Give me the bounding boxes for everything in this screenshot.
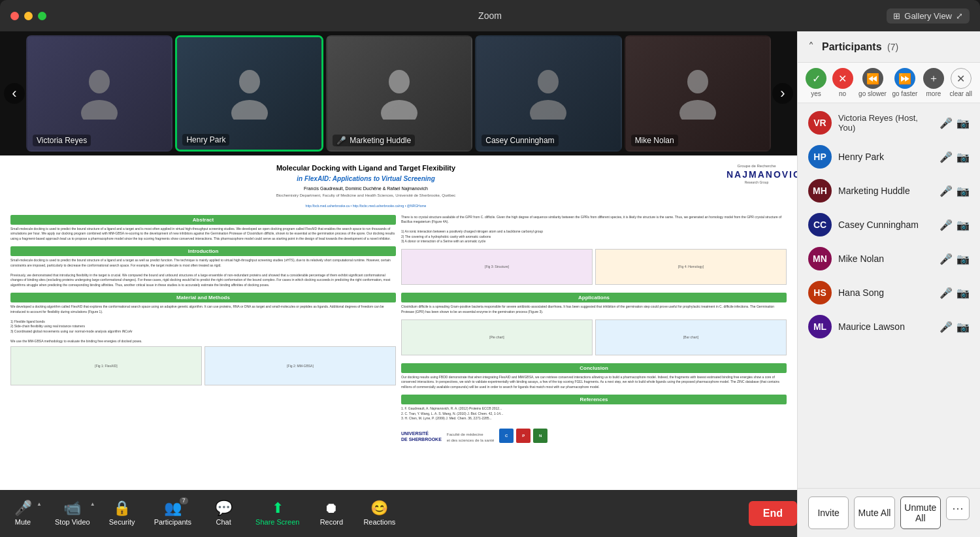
end-meeting-button[interactable]: End [749,501,797,526]
traffic-lights [10,12,46,20]
video-thumb-marketing[interactable]: 🎤 Marketing Huddle [326,35,472,152]
poster-title: Molecular Docking with Ligand and Target… [10,163,721,173]
mic-off-icon-marketing: 🎤 [939,185,953,197]
cam-icon-maurice: 📷 [956,321,970,333]
participant-list: VR Victoria Reyes (Host, You) 🎤 📷 HP Hen… [798,103,980,488]
svg-point-4 [389,70,410,93]
poster-fig6: [Bar chart] [595,319,787,355]
mic-icon-hana: 🎤 [939,287,953,299]
participant-count: (7) [887,42,898,52]
more-reactions-icon: ＋ [923,68,944,89]
poster-faculty: Faculté de médecineet des sciences de la… [447,432,494,443]
poster-left: Abstract Small-molecule docking is used … [10,215,396,444]
poster-methods-title: Material and Methods [10,293,396,302]
stop-video-caret-icon[interactable]: ▲ [90,501,95,507]
share-screen-icon: ⬆ [272,501,284,515]
panel-collapse-button[interactable]: ˄ [808,40,814,54]
video-thumb-victoria[interactable]: Victoria Reyes [26,35,172,152]
record-button[interactable]: ⏺ Record [308,496,354,531]
video-label-marketing: 🎤 Marketing Huddle [333,135,415,146]
video-thumb-casey[interactable]: Casey Cunningham [475,35,621,152]
next-participant-button[interactable]: › [772,83,793,104]
security-button[interactable]: 🔒 Security [99,496,145,531]
mute-icon: 🎤 [14,501,32,515]
gallery-view-label: Gallery View [904,11,952,21]
svg-point-9 [679,100,716,120]
main-area: ‹ Victoria Reyes Henry Park [0,31,980,537]
participant-icons-maurice: 🎤 📷 [939,321,970,333]
svg-point-5 [381,100,417,120]
avatar-casey: CC [808,213,832,236]
gallery-view-button[interactable]: ⊞ Gallery View ⤢ [887,8,970,24]
maximize-button[interactable] [38,12,46,20]
mute-label: Mute [15,518,31,526]
poster-display: Molecular Docking with Ligand and Target… [0,155,797,490]
stop-video-icon: 📹 [63,501,81,515]
participant-item-mike[interactable]: MN Mike Nolan 🎤 📷 [798,242,980,276]
cam-icon-henry: 📷 [956,151,970,163]
poster-abstract-title: Abstract [10,215,396,225]
mute-button[interactable]: ▲ 🎤 Mute [0,496,46,531]
chat-button[interactable]: 💬 Chat [201,496,246,531]
poster-authors: Francis Gaudreault, Dominic Duchêne & Ra… [10,186,721,192]
reaction-more-button[interactable]: ＋ more [923,68,944,97]
poster-affiliation: Biochemistry Department, Faculty of Medi… [10,193,721,198]
more-options-icon: ⋯ [952,501,964,515]
mute-all-button[interactable]: Mute All [854,496,894,529]
go-slower-icon: ⏪ [862,68,883,89]
mic-icon-casey: 🎤 [939,219,953,231]
poster-fig4: [Fig 4: Homology] [595,249,787,285]
prev-participant-button[interactable]: ‹ [4,83,25,104]
poster-lab-logo: Groupe de Recherche NAJMANOVICH Research… [721,163,787,185]
expand-icon: ⤢ [956,11,963,21]
invite-button[interactable]: Invite [808,496,849,529]
clear-all-button[interactable]: ✕ clear all [949,68,972,97]
participant-name-marketing: Marketing Huddle [838,186,933,196]
stop-video-button[interactable]: ▲ 📹 Stop Video [46,496,99,531]
participant-name-henry: Henry Park [838,152,933,162]
participant-item-maurice[interactable]: ML Maurice Lawson 🎤 📷 [798,310,980,344]
mic-off-icon-mike: 🎤 [939,253,953,265]
svg-point-8 [687,70,708,93]
record-label: Record [320,518,343,526]
unmute-all-button[interactable]: Unmute All [900,496,941,529]
more-options-button[interactable]: ⋯ [946,496,970,520]
poster-conclusion-title: Conclusion [401,363,787,373]
reaction-faster-button[interactable]: ⏩ go faster [892,68,917,97]
poster-title-flex: in FlexAID: Applications to Virtual Scre… [10,174,721,184]
participants-button[interactable]: 👥 7 Participants [145,496,201,531]
video-label-victoria: Victoria Reyes [33,135,91,146]
more-reactions-label: more [926,90,941,97]
participant-item-casey[interactable]: CC Casey Cunningham 🎤 📷 [798,208,980,242]
poster-abstract-text: Small-molecule docking is used to predic… [10,227,396,242]
close-button[interactable] [10,12,19,20]
minimize-button[interactable] [24,12,33,20]
video-strip: ‹ Victoria Reyes Henry Park [0,31,797,155]
poster-fig3: [Fig 3: Structure] [401,249,593,285]
go-slower-label: go slower [858,90,887,97]
reactions-button[interactable]: 😊 Reactions [354,496,404,531]
sponsor-logo3: N [533,429,547,443]
share-screen-button[interactable]: ⬆ Share Screen [246,496,308,531]
mic-icon-victoria: 🎤 [939,117,953,129]
participant-item-henry[interactable]: HP Henry Park 🎤 📷 [798,140,980,174]
video-thumb-henry[interactable]: Henry Park [175,35,323,152]
poster-apps-title: Applications [401,293,787,302]
participant-item-marketing[interactable]: MH Marketing Huddle 🎤 📷 [798,174,980,208]
avatar-victoria: VR [808,111,832,135]
participant-item-victoria[interactable]: VR Victoria Reyes (Host, You) 🎤 📷 [798,106,980,140]
participant-icons-mike: 🎤 📷 [939,253,970,265]
poster-url: http://bcb.med.usherbrooke.ca • http://b… [10,204,721,208]
chat-label: Chat [216,518,231,526]
reaction-yes-button[interactable]: ✓ yes [806,68,826,97]
participant-item-hana[interactable]: HS Hana Song 🎤 📷 [798,276,980,310]
participants-icon: 👥 7 [164,501,182,515]
panel-header: ˄ Participants (7) [798,31,980,63]
reaction-no-button[interactable]: ✕ no [832,68,853,97]
mute-caret-icon[interactable]: ▲ [37,501,42,507]
reaction-slower-button[interactable]: ⏪ go slower [858,68,887,97]
cam-icon-hana: 📷 [956,287,970,299]
video-thumb-mike[interactable]: Mike Nolan [625,35,771,152]
poster-refs-title: References [401,395,787,404]
svg-point-3 [231,100,268,120]
